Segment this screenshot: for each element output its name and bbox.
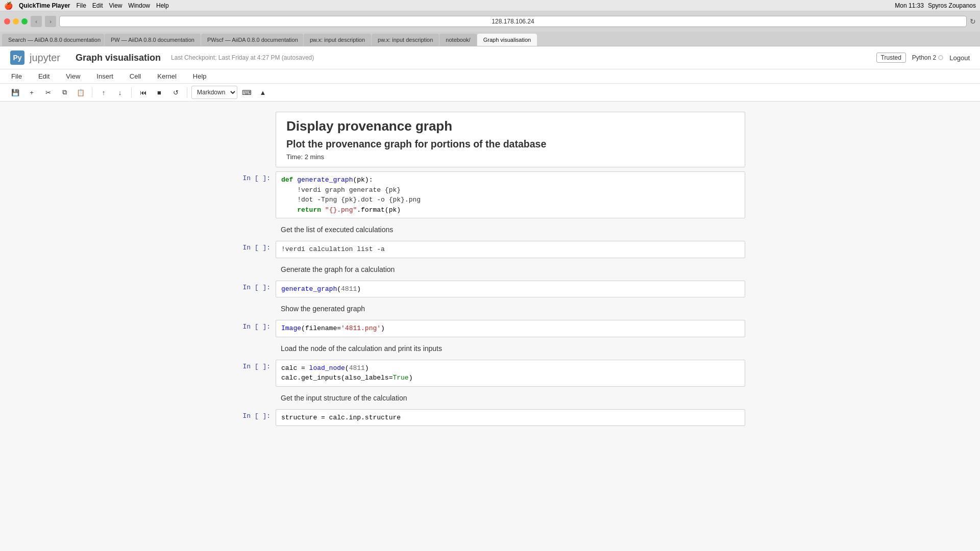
kernel-info: Python 2 — [912, 54, 943, 61]
maximize-button[interactable] — [21, 18, 28, 24]
cell-prompt-header — [235, 112, 276, 115]
logout-button[interactable]: Logout — [949, 54, 970, 62]
mac-bar-right: Mon 11:33 Spyros Zoupanos — [895, 2, 976, 9]
minimize-button[interactable] — [13, 18, 19, 24]
menu-kernel[interactable]: Kernel — [154, 71, 180, 81]
keyboard-shortcuts-button[interactable]: ⌨ — [239, 86, 254, 99]
cut-button[interactable]: ✂ — [41, 86, 55, 99]
notebook-h2: Plot the provenance graph for portions o… — [286, 138, 734, 150]
menu-help[interactable]: Help — [190, 71, 210, 81]
notebook-h1: Display provenance graph — [286, 118, 734, 134]
menu-edit[interactable]: Edit — [35, 71, 53, 81]
reload-button[interactable]: ↻ — [970, 17, 976, 26]
cell-body-verdi-list[interactable]: !verdi calculation list -a — [276, 241, 745, 258]
cell-prompt-1: In [ ]: — [235, 171, 276, 182]
menu-insert[interactable]: Insert — [93, 71, 116, 81]
close-button[interactable] — [4, 18, 10, 24]
tab-pwscf-aiida[interactable]: PWscf — AiiDA 0.8.0 documentation — [201, 34, 303, 46]
jupyter-right: Trusted Python 2 Logout — [876, 53, 970, 63]
move-up-button[interactable]: ↑ — [96, 86, 111, 99]
code-line-generate-call: generate_graph(4811) — [281, 284, 740, 294]
browser-top-bar: ‹ › 128.178.106.24 ↻ — [0, 11, 980, 32]
cell-body-structure[interactable]: structure = calc.inp.structure — [276, 409, 745, 427]
cell-body-image[interactable]: Image(filename='4811.png') — [276, 320, 745, 337]
jupyter-header: Py jupyter Graph visualisation Last Chec… — [0, 46, 980, 69]
back-button[interactable]: ‹ — [31, 16, 42, 27]
tab-pwx-input-2[interactable]: pw.x: input description — [372, 34, 439, 46]
menu-cell[interactable]: Cell — [127, 71, 144, 81]
cell-row-load-node: In [ ]: calc = load_node(4811) calc.get_… — [235, 360, 745, 387]
cell-row-generate-call: In [ ]: generate_graph(4811) — [235, 281, 745, 298]
run-prev-button[interactable]: ⏮ — [136, 86, 150, 99]
code-line-image: Image(filename='4811.png') — [281, 323, 740, 334]
tab-pwx-input-1[interactable]: pw.x: input description — [304, 34, 371, 46]
cell-type-selector[interactable]: Markdown Code Raw — [191, 86, 237, 99]
browser-chrome: ‹ › 128.178.106.24 ↻ Search — AiiDA 0.8.… — [0, 11, 980, 46]
cell-body-generate-graph[interactable]: def generate_graph(pk): !verdi graph gen… — [276, 171, 745, 218]
expand-toolbar-button[interactable]: ▲ — [256, 86, 270, 99]
mac-bar-left: 🍎 QuickTime Player File Edit View Window… — [4, 2, 169, 10]
paste-button[interactable]: 📋 — [74, 86, 88, 99]
stop-button[interactable]: ■ — [152, 86, 166, 99]
jupyter-python-icon: Py — [10, 51, 24, 65]
text-cell-list: Get the list of executed calculations — [235, 222, 745, 237]
cell-row-verdi-list: In [ ]: !verdi calculation list -a — [235, 241, 745, 258]
forward-button[interactable]: › — [45, 16, 56, 27]
text-cell-show-graph: Show the generated graph — [235, 302, 745, 316]
restart-button[interactable]: ↺ — [168, 86, 183, 99]
kernel-status-dot — [938, 55, 943, 60]
mac-file-menu[interactable]: File — [77, 2, 86, 9]
code-line-1: def generate_graph(pk): — [281, 175, 740, 185]
code-line-structure: structure = calc.inp.structure — [281, 413, 740, 423]
mac-user: Spyros Zoupanos — [928, 2, 976, 9]
checkpoint-info: Last Checkpoint: Last Friday at 4:27 PM … — [171, 54, 314, 61]
mac-time: Mon 11:33 — [895, 2, 924, 9]
cell-prompt-2: In [ ]: — [235, 241, 276, 252]
apple-menu[interactable]: 🍎 — [4, 2, 13, 10]
address-bar[interactable]: 128.178.106.24 — [59, 16, 967, 27]
cell-body-header[interactable]: Display provenance graph Plot the proven… — [276, 112, 745, 167]
tab-pw-aiida[interactable]: PW — AiiDA 0.8.0 documentation — [105, 34, 201, 46]
mac-help-menu[interactable]: Help — [156, 2, 169, 9]
notebook-content[interactable]: Display provenance graph Plot the proven… — [0, 102, 980, 551]
app-name[interactable]: QuickTime Player — [19, 2, 70, 9]
mac-edit-menu[interactable]: Edit — [92, 2, 103, 9]
browser-tabs: Search — AiiDA 0.8.0 documentation PW — … — [0, 32, 980, 46]
mac-view-menu[interactable]: View — [109, 2, 122, 9]
code-line-4: return "{}.png".format(pk) — [281, 205, 740, 215]
code-line-load-node-2: calc.get_inputs(also_labels=True) — [281, 373, 740, 383]
trusted-button[interactable]: Trusted — [876, 53, 906, 63]
cell-prompt-5: In [ ]: — [235, 360, 276, 370]
code-line-3: !dot -Tpng {pk}.dot -o {pk}.png — [281, 195, 740, 205]
cell-row-generate-graph: In [ ]: def generate_graph(pk): !verdi g… — [235, 171, 745, 218]
notebook-title[interactable]: Graph visualisation — [76, 53, 161, 63]
save-button[interactable]: 💾 — [8, 86, 22, 99]
cell-row-structure: In [ ]: structure = calc.inp.structure — [235, 409, 745, 427]
tab-search-aiida[interactable]: Search — AiiDA 0.8.0 documentation — [2, 34, 104, 46]
jupyter-logo-area: Py jupyter Graph visualisation Last Chec… — [10, 51, 314, 65]
toolbar-separator-1 — [92, 87, 92, 97]
text-cell-structure: Get the input structure of the calculati… — [235, 391, 745, 405]
move-down-button[interactable]: ↓ — [113, 86, 127, 99]
text-load-node-content: Load the node of the calculation and pri… — [281, 341, 745, 356]
mac-window-menu[interactable]: Window — [128, 2, 150, 9]
text-list-content: Get the list of executed calculations — [281, 222, 745, 237]
cell-prompt-6: In [ ]: — [235, 409, 276, 420]
tab-notebook[interactable]: notebook/ — [439, 34, 476, 46]
copy-button[interactable]: ⧉ — [57, 86, 71, 99]
traffic-lights — [4, 18, 28, 24]
jupyter-logo-text: jupyter — [30, 52, 60, 64]
add-cell-button[interactable]: + — [24, 86, 39, 99]
cell-body-generate-call[interactable]: generate_graph(4811) — [276, 281, 745, 298]
tab-graph-visualisation[interactable]: Graph visualisation — [477, 34, 537, 46]
cell-body-load-node[interactable]: calc = load_node(4811) calc.get_inputs(a… — [276, 360, 745, 387]
jupyter-menu-bar: File Edit View Insert Cell Kernel Help — [0, 69, 980, 84]
jupyter-toolbar: 💾 + ✂ ⧉ 📋 ↑ ↓ ⏮ ■ ↺ Markdown Code Raw ⌨ … — [0, 84, 980, 102]
toolbar-separator-2 — [131, 87, 132, 97]
cell-row-image: In [ ]: Image(filename='4811.png') — [235, 320, 745, 337]
menu-file[interactable]: File — [8, 71, 25, 81]
text-show-graph-content: Show the generated graph — [281, 302, 745, 316]
toolbar-separator-3 — [187, 87, 187, 97]
text-cell-load-node: Load the node of the calculation and pri… — [235, 341, 745, 356]
menu-view[interactable]: View — [63, 71, 83, 81]
